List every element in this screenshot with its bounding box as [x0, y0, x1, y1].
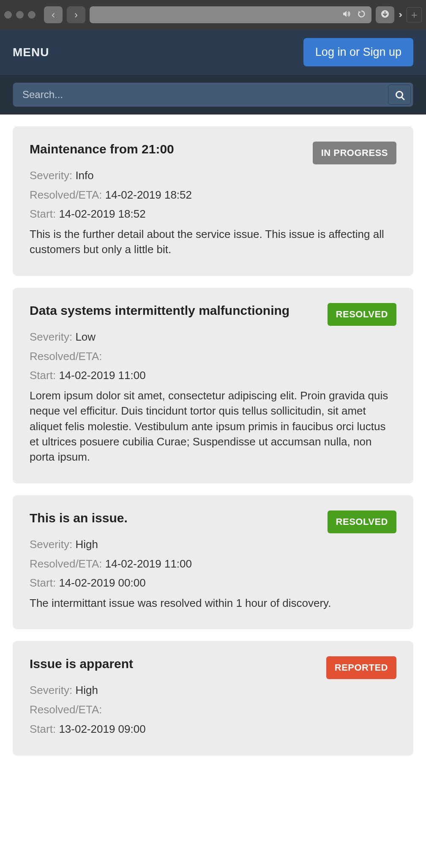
start-value: 13-02-2019 09:00 [59, 723, 145, 735]
chevron-left-icon: ‹ [52, 9, 55, 21]
resolved-eta-label: Resolved/ETA: [30, 703, 102, 716]
downloads-button[interactable] [376, 6, 394, 23]
severity-value: High [75, 684, 98, 696]
search-button[interactable] [388, 85, 411, 105]
back-button[interactable]: ‹ [44, 6, 63, 23]
reload-icon[interactable] [357, 10, 366, 20]
issue-card: Data systems intermittently malfunctioni… [13, 288, 413, 483]
browser-chrome: ‹ › ›› + [0, 0, 426, 30]
chevron-right-icon: › [74, 9, 78, 21]
search-input[interactable] [13, 89, 388, 101]
severity-label: Severity: [30, 684, 72, 696]
severity-value: Info [75, 169, 93, 182]
severity-value: Low [75, 330, 96, 343]
resolved-eta-label: Resolved/ETA: [30, 557, 102, 570]
status-badge: RESOLVED [328, 510, 396, 533]
resolved-eta-value: 14-02-2019 11:00 [105, 557, 192, 570]
window-controls [4, 11, 36, 19]
issues-list: Maintenance from 21:00 IN PROGRESS Sever… [0, 115, 426, 767]
start-label: Start: [30, 207, 56, 220]
severity-label: Severity: [30, 169, 72, 182]
menu-button[interactable]: MENU [13, 46, 49, 59]
search-icon [396, 91, 403, 98]
status-badge: IN PROGRESS [313, 142, 396, 164]
severity-label: Severity: [30, 538, 72, 551]
close-window-icon[interactable] [4, 11, 12, 19]
overflow-icon[interactable]: ›› [399, 9, 400, 20]
start-value: 14-02-2019 00:00 [59, 576, 145, 589]
issue-description: Lorem ipsum dolor sit amet, consectetur … [30, 388, 396, 465]
issue-title: This is an issue. [30, 510, 128, 526]
issue-card: Issue is apparent REPORTED Severity: Hig… [13, 641, 413, 756]
forward-button[interactable]: › [67, 6, 85, 23]
maximize-window-icon[interactable] [28, 11, 36, 19]
issue-title: Data systems intermittently malfunctioni… [30, 303, 289, 318]
start-value: 14-02-2019 18:52 [59, 207, 145, 220]
resolved-eta-label: Resolved/ETA: [30, 350, 102, 363]
issue-title: Maintenance from 21:00 [30, 142, 174, 157]
issue-description: This is the further detail about the ser… [30, 227, 396, 257]
start-label: Start: [30, 369, 56, 382]
start-label: Start: [30, 723, 56, 735]
sound-icon [343, 10, 351, 20]
severity-label: Severity: [30, 330, 72, 343]
issue-description: The intermittant issue was resolved with… [30, 595, 396, 611]
resolved-eta-value: 14-02-2019 18:52 [105, 188, 192, 201]
issue-card: Maintenance from 21:00 IN PROGRESS Sever… [13, 126, 413, 276]
issue-card: This is an issue. RESOLVED Severity: Hig… [13, 495, 413, 629]
status-badge: RESOLVED [328, 303, 396, 326]
minimize-window-icon[interactable] [16, 11, 24, 19]
search-section [0, 75, 426, 115]
start-value: 14-02-2019 11:00 [59, 369, 145, 382]
search-bar [13, 82, 413, 107]
resolved-eta-label: Resolved/ETA: [30, 188, 102, 201]
status-badge: REPORTED [326, 656, 396, 679]
download-icon [381, 10, 389, 20]
app-header: MENU Log in or Sign up [0, 30, 426, 75]
start-label: Start: [30, 576, 56, 589]
login-signup-button[interactable]: Log in or Sign up [303, 38, 413, 66]
issue-title: Issue is apparent [30, 656, 133, 671]
severity-value: High [75, 538, 98, 551]
address-bar[interactable] [90, 6, 371, 23]
new-tab-button[interactable]: + [407, 7, 422, 22]
